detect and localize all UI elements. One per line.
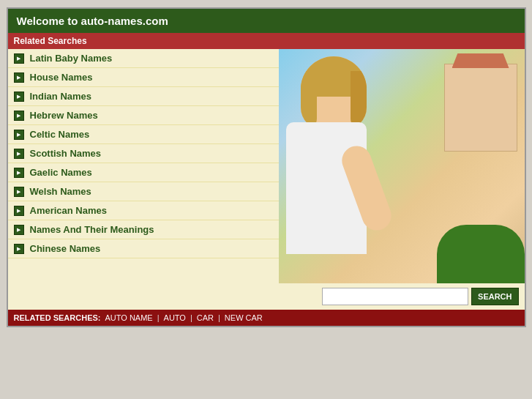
- bullet-icon-names-meanings: [14, 225, 24, 235]
- separator-1: |: [157, 313, 160, 322]
- bullet-icon-scottish-names: [14, 149, 24, 159]
- list-item-celtic-names[interactable]: Celtic Names: [8, 125, 279, 144]
- list-item-house-names[interactable]: House Names: [8, 68, 279, 87]
- link-indian-names[interactable]: Indian Names: [30, 91, 92, 102]
- person-hair-side-left: [301, 71, 317, 130]
- main-content: Latin Baby NamesHouse NamesIndian NamesH…: [8, 49, 525, 310]
- list-item-names-meanings[interactable]: Names And Their Meanings: [8, 220, 279, 239]
- list-item-scottish-names[interactable]: Scottish Names: [8, 144, 279, 163]
- bullet-icon-welsh-names: [14, 187, 24, 197]
- search-button[interactable]: SEARCH: [471, 288, 518, 305]
- main-container: Welcome to auto-names.com Related Search…: [7, 7, 526, 327]
- person-head: [301, 56, 367, 130]
- link-house-names[interactable]: House Names: [30, 72, 93, 83]
- link-scottish-names[interactable]: Scottish Names: [30, 148, 102, 159]
- link-chinese-names[interactable]: Chinese Names: [30, 243, 101, 254]
- related-searches-label: Related Searches: [14, 36, 87, 46]
- person-hair-side-right: [351, 71, 367, 130]
- bottom-bar-label: RELATED SEARCHES:: [14, 313, 101, 322]
- separator-2: |: [190, 313, 192, 322]
- separator-3: |: [218, 313, 220, 322]
- trees-bg: [437, 225, 525, 283]
- link-names-meanings[interactable]: Names And Their Meanings: [30, 224, 154, 235]
- link-welsh-names[interactable]: Welsh Names: [30, 186, 91, 197]
- search-input[interactable]: [322, 288, 468, 305]
- bullet-icon-american-names: [14, 206, 24, 216]
- list-item-chinese-names[interactable]: Chinese Names: [8, 239, 279, 258]
- bullet-icon-hebrew-names: [14, 111, 24, 121]
- building-bg: [444, 64, 517, 152]
- bullet-icon-gaelic-names: [14, 168, 24, 178]
- bottom-bar: RELATED SEARCHES: AUTO NAME|AUTO|CAR|NEW…: [8, 310, 525, 326]
- left-panel: Latin Baby NamesHouse NamesIndian NamesH…: [8, 49, 279, 310]
- bullet-icon-chinese-names: [14, 244, 24, 254]
- link-latin-baby-names[interactable]: Latin Baby Names: [30, 53, 113, 64]
- list-item-american-names[interactable]: American Names: [8, 201, 279, 220]
- bullet-icon-latin-baby-names: [14, 53, 24, 64]
- list-item-gaelic-names[interactable]: Gaelic Names: [8, 163, 279, 182]
- bullet-icon-house-names: [14, 72, 24, 83]
- header-bar: Welcome to auto-names.com: [8, 9, 525, 33]
- link-gaelic-names[interactable]: Gaelic Names: [30, 167, 92, 178]
- bottom-link-auto[interactable]: AUTO: [164, 313, 186, 322]
- right-panel: SEARCH: [279, 49, 525, 310]
- list-item-latin-baby-names[interactable]: Latin Baby Names: [8, 49, 279, 68]
- link-hebrew-names[interactable]: Hebrew Names: [30, 110, 98, 121]
- link-american-names[interactable]: American Names: [30, 205, 108, 216]
- list-item-welsh-names[interactable]: Welsh Names: [8, 182, 279, 201]
- site-title: Welcome to auto-names.com: [17, 15, 168, 27]
- link-celtic-names[interactable]: Celtic Names: [30, 129, 90, 140]
- photo-area: [279, 49, 525, 283]
- bottom-link-new-car[interactable]: NEW CAR: [225, 313, 263, 322]
- bullet-icon-celtic-names: [14, 130, 24, 140]
- bottom-link-auto-name[interactable]: AUTO NAME: [105, 313, 152, 322]
- bullet-icon-indian-names: [14, 92, 24, 102]
- search-row: SEARCH: [279, 283, 525, 310]
- bottom-link-car[interactable]: CAR: [197, 313, 214, 322]
- list-item-hebrew-names[interactable]: Hebrew Names: [8, 106, 279, 125]
- related-searches-bar: Related Searches: [8, 33, 525, 49]
- list-item-indian-names[interactable]: Indian Names: [8, 87, 279, 106]
